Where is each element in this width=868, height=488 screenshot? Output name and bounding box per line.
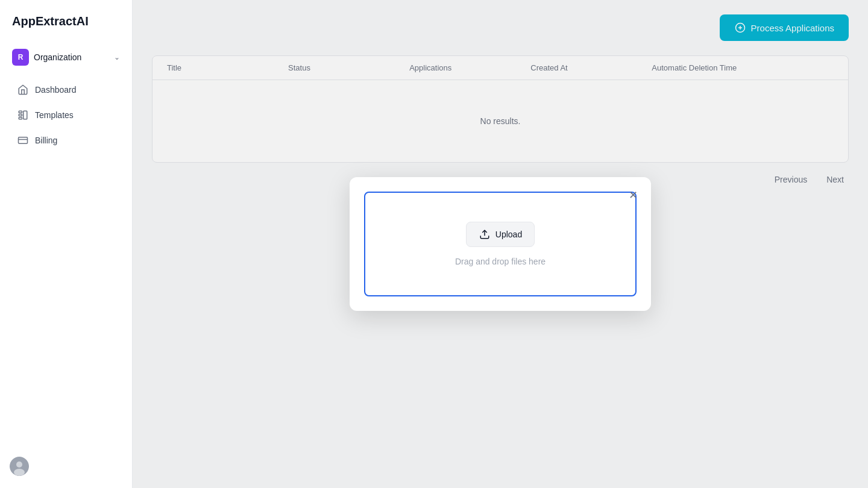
drag-drop-text: Drag and drop files here: [455, 257, 546, 266]
user-profile[interactable]: [10, 457, 29, 476]
org-icon: R: [12, 49, 29, 66]
svg-rect-2: [19, 117, 22, 119]
main-content: Process Applications Title Status Applic…: [133, 0, 868, 488]
billing-icon: [17, 134, 29, 146]
upload-label: Upload: [495, 230, 522, 239]
svg-point-7: [16, 461, 22, 468]
upload-button[interactable]: Upload: [466, 222, 535, 247]
modal-overlay: ✕ Upload Drag and drop files here: [133, 0, 868, 488]
upload-icon: [479, 228, 491, 240]
chevron-down-icon: ⌄: [114, 53, 120, 61]
home-icon: [17, 84, 29, 96]
sidebar-item-dashboard[interactable]: Dashboard: [5, 78, 127, 102]
close-icon: ✕: [629, 189, 638, 202]
sidebar: AppExtractAI R Organization ⌄ Dashboard: [0, 0, 133, 488]
svg-rect-4: [19, 137, 28, 144]
sidebar-item-dashboard-label: Dashboard: [35, 85, 77, 95]
upload-dropzone[interactable]: Upload Drag and drop files here: [364, 192, 637, 296]
app-logo: AppExtractAI: [0, 14, 132, 43]
svg-point-8: [14, 469, 25, 476]
sidebar-item-templates-label: Templates: [35, 110, 74, 120]
sidebar-item-templates[interactable]: Templates: [5, 103, 127, 127]
org-name: Organization: [34, 52, 109, 62]
svg-rect-0: [19, 111, 22, 113]
svg-rect-1: [19, 114, 22, 116]
templates-icon: [17, 109, 29, 121]
org-selector[interactable]: R Organization ⌄: [0, 43, 132, 72]
sidebar-nav: Dashboard Templates Billin: [0, 77, 132, 154]
avatar: [10, 457, 29, 476]
svg-rect-3: [24, 111, 27, 119]
upload-modal: ✕ Upload Drag and drop files here: [350, 177, 651, 311]
sidebar-item-billing[interactable]: Billing: [5, 128, 127, 152]
sidebar-item-billing-label: Billing: [35, 136, 57, 145]
modal-close-button[interactable]: ✕: [624, 187, 641, 204]
